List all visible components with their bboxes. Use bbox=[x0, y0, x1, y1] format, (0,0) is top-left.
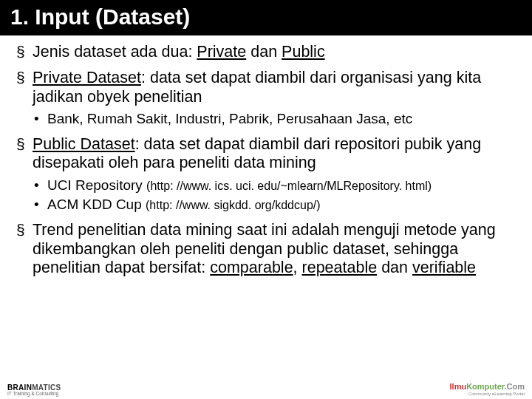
brand-text: MATICS bbox=[32, 383, 61, 392]
underline-text: comparable bbox=[210, 259, 293, 276]
brand-text: Ilmu bbox=[450, 382, 467, 391]
url-text: (http: //www. sigkdd. org/kddcup/) bbox=[146, 199, 321, 211]
bullet-item: Jenis dataset ada dua: Private dan Publi… bbox=[16, 43, 516, 61]
brand-tagline: Community eLearning Portal bbox=[450, 392, 525, 396]
footer-logo-left: BRAINMATICS IT Training & Consulting bbox=[7, 384, 61, 397]
underline-text: Public bbox=[282, 43, 325, 61]
sub-bullet-list: Bank, Rumah Sakit, Industri, Pabrik, Per… bbox=[33, 111, 516, 128]
slide-title: 1. Input (Dataset) bbox=[10, 4, 522, 30]
text: Jenis dataset ada dua: bbox=[33, 43, 197, 61]
slide: 1. Input (Dataset) Jenis dataset ada dua… bbox=[0, 0, 532, 399]
sub-bullet-list: UCI Repository (http: //www. ics. uci. e… bbox=[33, 177, 516, 214]
text: Bank, Rumah Sakit, Industri, Pabrik, Per… bbox=[47, 111, 412, 126]
underline-text: verifiable bbox=[412, 259, 476, 276]
underline-text: repeatable bbox=[302, 259, 378, 276]
bullet-item: Public Dataset: data set dapat diambil d… bbox=[16, 135, 516, 214]
text: , bbox=[293, 259, 302, 276]
brand-tagline: IT Training & Consulting bbox=[7, 392, 61, 397]
url-text: (http: //www. ics. uci. edu/~mlearn/MLRe… bbox=[146, 180, 432, 192]
bullet-item: Private Dataset: data set dapat diambil … bbox=[16, 69, 516, 128]
text: UCI Repository bbox=[47, 177, 146, 193]
title-bar: 1. Input (Dataset) bbox=[0, 0, 532, 35]
text: ACM KDD Cup bbox=[47, 197, 146, 212]
underline-text: Private Dataset bbox=[33, 69, 141, 86]
brand-text: .Com bbox=[505, 382, 525, 391]
text: dan bbox=[246, 43, 282, 61]
underline-text: Private bbox=[197, 43, 246, 61]
bullet-item: Trend penelitian data mining saat ini ad… bbox=[16, 221, 516, 277]
sub-bullet-item: ACM KDD Cup (http: //www. sigkdd. org/kd… bbox=[33, 197, 516, 214]
brand-text: BRAIN bbox=[7, 383, 32, 392]
slide-footer: BRAINMATICS IT Training & Consulting Ilm… bbox=[0, 378, 532, 396]
sub-bullet-item: UCI Repository (http: //www. ics. uci. e… bbox=[33, 177, 516, 194]
text: dan bbox=[377, 259, 412, 276]
sub-bullet-item: Bank, Rumah Sakit, Industri, Pabrik, Per… bbox=[33, 111, 516, 128]
brand-text: Komputer bbox=[466, 382, 504, 391]
slide-content: Jenis dataset ada dua: Private dan Publi… bbox=[0, 35, 532, 277]
underline-text: Public Dataset bbox=[33, 135, 135, 153]
footer-logo-right: IlmuKomputer.Com Community eLearning Por… bbox=[450, 380, 525, 396]
bullet-list: Jenis dataset ada dua: Private dan Publi… bbox=[16, 43, 516, 277]
